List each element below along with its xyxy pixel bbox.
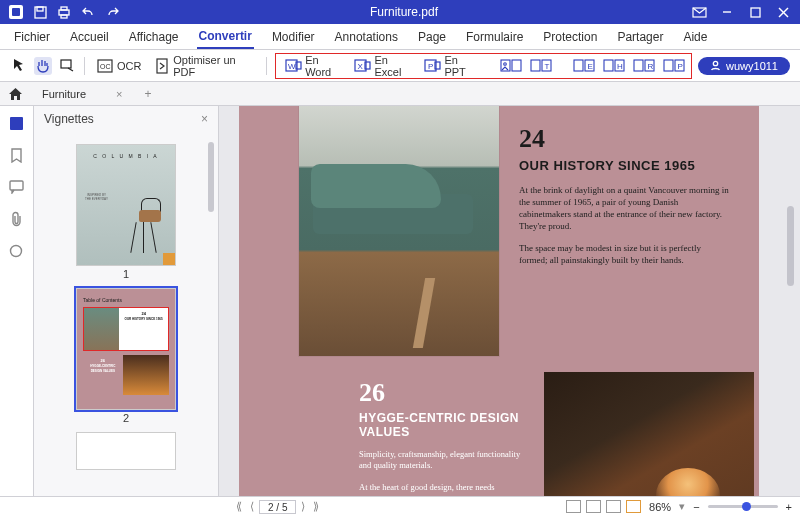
thumb-label-1: 1 (34, 268, 218, 280)
section-24-p2: The space may be modest in size but it i… (519, 242, 729, 266)
tab-close-icon[interactable]: × (116, 88, 122, 100)
page-prev-icon[interactable]: ⟨ (247, 500, 257, 513)
tab-furniture[interactable]: Furniture × (36, 86, 128, 102)
menu-aide[interactable]: Aide (681, 26, 709, 48)
menu-protection[interactable]: Protection (541, 26, 599, 48)
view-grid-icon[interactable] (626, 500, 641, 513)
status-bar: ⟪ ⟨ 2 / 5 ⟩ ⟫ 86% ▾ − + (0, 496, 800, 516)
panel-close-icon[interactable]: × (201, 112, 208, 126)
menu-fichier[interactable]: Fichier (12, 26, 52, 48)
thumbnails-panel: Vignettes × C O L U M B I A INSPIRED BYT… (34, 106, 219, 496)
ocr-button[interactable]: OC OCR (93, 55, 144, 77)
svg-rect-4 (59, 10, 69, 15)
to-ppt-label: En PPT (444, 54, 475, 78)
svg-rect-37 (634, 60, 643, 71)
svg-rect-44 (10, 117, 23, 130)
thumb-page-3[interactable] (76, 432, 176, 470)
view-mode-icons (566, 500, 641, 513)
section-24: 24 OUR HISTORY SINCE 1965 At the brink o… (519, 124, 729, 266)
to-pdfa-icon[interactable]: P (663, 57, 685, 75)
home-tab-icon[interactable] (8, 87, 26, 101)
menu-accueil[interactable]: Accueil (68, 26, 111, 48)
hand-tool-icon[interactable] (34, 57, 52, 75)
sofa-photo (299, 106, 499, 356)
svg-rect-9 (751, 8, 760, 17)
thumbnails-rail-icon[interactable] (8, 114, 26, 132)
menu-partager[interactable]: Partager (615, 26, 665, 48)
section-26: 26 HYGGE-CENTRIC DESIGN VALUES Simplicit… (359, 378, 529, 493)
view-continuous-icon[interactable] (586, 500, 601, 513)
to-rtf-icon[interactable]: R (633, 57, 655, 75)
menu-annotations[interactable]: Annotations (333, 26, 400, 48)
zoom-out-icon[interactable]: − (693, 501, 699, 513)
to-html-icon[interactable]: H (603, 57, 625, 75)
to-image-icon[interactable] (500, 57, 522, 75)
to-ppt-button[interactable]: P En PPT (421, 52, 478, 80)
to-excel-button[interactable]: X En Excel (351, 52, 413, 80)
thumb-scrollbar[interactable] (208, 142, 214, 212)
word-icon: W (285, 57, 302, 75)
thumb-page-2[interactable]: Table of Contents 24OUR HISTORY SINCE 19… (76, 288, 176, 410)
thumb-page-1[interactable]: C O L U M B I A INSPIRED BYTHE EVERYDAY (76, 144, 176, 266)
svg-rect-31 (574, 60, 583, 71)
zoom-dropdown-icon[interactable]: ▾ (679, 500, 685, 513)
document-view[interactable]: 24 OUR HISTORY SINCE 1965 At the brink o… (219, 106, 800, 496)
to-word-button[interactable]: W En Word (282, 52, 343, 80)
minimize-icon[interactable] (716, 3, 738, 21)
zoom-in-icon[interactable]: + (786, 501, 792, 513)
zoom-slider[interactable] (708, 505, 778, 508)
new-tab-button[interactable]: + (138, 85, 157, 103)
menu-convertir[interactable]: Convertir (197, 25, 254, 49)
page-last-icon[interactable]: ⟫ (310, 500, 322, 513)
svg-point-27 (504, 63, 507, 66)
lamp-photo (544, 372, 754, 496)
section-26-p2: At the heart of good design, there needs (359, 482, 529, 493)
to-excel-label: En Excel (374, 54, 410, 78)
section-24-p1: At the brink of daylight on a quaint Van… (519, 184, 729, 233)
doc-scrollbar[interactable] (787, 206, 794, 286)
section-26-number: 26 (359, 378, 529, 408)
page-first-icon[interactable]: ⟪ (233, 500, 245, 513)
view-facing-icon[interactable] (606, 500, 621, 513)
svg-text:R: R (648, 62, 654, 71)
thumb1-brand: C O L U M B I A (77, 153, 175, 159)
svg-rect-3 (37, 7, 43, 11)
page-next-icon[interactable]: ⟩ (298, 500, 308, 513)
comments-rail-icon[interactable] (8, 178, 26, 196)
undo-icon[interactable] (80, 4, 96, 20)
to-epub-icon[interactable]: E (573, 57, 595, 75)
ocr-icon: OC (96, 57, 114, 75)
menu-formulaire[interactable]: Formulaire (464, 26, 525, 48)
menu-modifier[interactable]: Modifier (270, 26, 317, 48)
menu-page[interactable]: Page (416, 26, 448, 48)
svg-rect-6 (61, 15, 67, 18)
svg-text:H: H (617, 62, 623, 71)
attachments-rail-icon[interactable] (8, 210, 26, 228)
print-icon[interactable] (56, 4, 72, 20)
svg-rect-40 (664, 60, 673, 71)
select-tool-icon[interactable] (58, 57, 76, 75)
excel-icon: X (354, 57, 371, 75)
thumb-label-2: 2 (34, 412, 218, 424)
pointer-tool-icon[interactable] (10, 57, 28, 75)
svg-text:E: E (588, 62, 593, 71)
tab-label: Furniture (42, 88, 86, 100)
view-single-icon[interactable] (566, 500, 581, 513)
svg-text:X: X (358, 62, 364, 71)
page-indicator[interactable]: 2 / 5 (259, 500, 296, 514)
redo-icon[interactable] (104, 4, 120, 20)
close-icon[interactable] (772, 3, 794, 21)
bookmarks-rail-icon[interactable] (8, 146, 26, 164)
toolbar: OC OCR Optimiser un PDF W En Word X En E… (0, 50, 800, 82)
menu-affichage[interactable]: Affichage (127, 26, 181, 48)
svg-text:OC: OC (100, 63, 111, 70)
svg-rect-45 (10, 181, 23, 190)
save-icon[interactable] (32, 4, 48, 20)
maximize-icon[interactable] (744, 3, 766, 21)
to-text-icon[interactable]: T (530, 57, 552, 75)
search-rail-icon[interactable] (8, 242, 26, 260)
user-pill[interactable]: wuwy1011 (698, 57, 790, 75)
optimize-button[interactable]: Optimiser un PDF (150, 52, 258, 80)
mail-icon[interactable] (688, 3, 710, 21)
to-word-label: En Word (305, 54, 340, 78)
